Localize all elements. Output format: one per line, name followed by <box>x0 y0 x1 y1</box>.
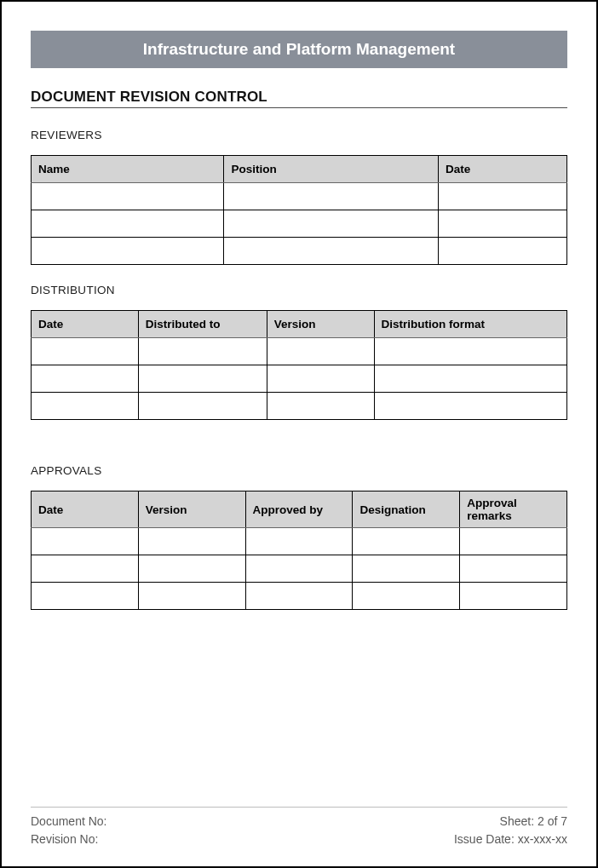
table-header: Approved by <box>245 491 353 528</box>
table-cell <box>138 365 267 393</box>
table-row <box>32 238 567 265</box>
table-cell <box>460 583 567 610</box>
table-cell <box>32 583 139 610</box>
table-header: Distribution format <box>374 311 566 338</box>
table-cell <box>138 528 245 555</box>
table-row <box>32 183 567 210</box>
table-cell <box>32 365 139 393</box>
reviewers-label: REVIEWERS <box>31 129 567 141</box>
table-cell <box>353 528 460 555</box>
table-cell <box>353 583 460 610</box>
table-cell <box>32 393 139 420</box>
table-header: Version <box>267 311 374 338</box>
section-title: DOCUMENT REVISION CONTROL <box>31 89 567 108</box>
footer-rev-no: Revision No: <box>31 831 106 848</box>
table-row <box>32 338 567 365</box>
distribution-table: DateDistributed toVersionDistribution fo… <box>31 310 567 420</box>
table-cell <box>460 555 567 583</box>
table-header: Designation <box>353 491 460 528</box>
table-row <box>32 555 567 583</box>
table-cell <box>138 338 267 365</box>
table-cell <box>245 555 353 583</box>
table-row <box>32 583 567 610</box>
table-cell <box>245 583 353 610</box>
table-cell <box>267 338 374 365</box>
table-header: Version <box>138 491 245 528</box>
table-cell <box>224 183 439 210</box>
table-row <box>32 210 567 238</box>
table-cell <box>32 210 224 238</box>
table-cell <box>32 338 139 365</box>
table-cell <box>224 210 439 238</box>
table-cell <box>374 365 566 393</box>
table-cell <box>374 393 566 420</box>
approvals-label: APPROVALS <box>31 464 567 477</box>
table-cell <box>138 393 267 420</box>
table-header: Date <box>32 491 139 528</box>
footer-issue-date: Issue Date: xx-xxx-xx <box>454 831 567 848</box>
table-cell <box>267 365 374 393</box>
table-cell <box>138 555 245 583</box>
table-row <box>32 528 567 555</box>
table-cell <box>439 238 567 265</box>
page-footer: Document No: Revision No: Sheet: 2 of 7 … <box>31 807 567 848</box>
footer-sheet: Sheet: 2 of 7 <box>454 813 567 830</box>
table-header: Date <box>32 311 139 338</box>
table-cell <box>32 183 224 210</box>
table-cell <box>353 555 460 583</box>
table-header: Name <box>32 156 224 183</box>
table-cell <box>439 183 567 210</box>
table-row <box>32 365 567 393</box>
table-cell <box>439 210 567 238</box>
distribution-label: DISTRIBUTION <box>31 284 567 296</box>
table-cell <box>267 393 374 420</box>
table-header: Date <box>439 156 567 183</box>
table-cell <box>138 583 245 610</box>
table-header: Position <box>224 156 439 183</box>
table-cell <box>460 528 567 555</box>
table-cell <box>245 528 353 555</box>
table-cell <box>32 238 224 265</box>
reviewers-table: NamePositionDate <box>31 155 567 265</box>
table-cell <box>32 528 139 555</box>
approvals-table: DateVersionApproved byDesignationApprova… <box>31 491 567 610</box>
table-cell <box>224 238 439 265</box>
table-header: Distributed to <box>138 311 267 338</box>
footer-doc-no: Document No: <box>31 813 106 830</box>
table-header: Approval remarks <box>460 491 567 528</box>
page-banner: Infrastructure and Platform Management <box>31 31 567 68</box>
table-cell <box>374 338 566 365</box>
table-cell <box>32 555 139 583</box>
table-row <box>32 393 567 420</box>
